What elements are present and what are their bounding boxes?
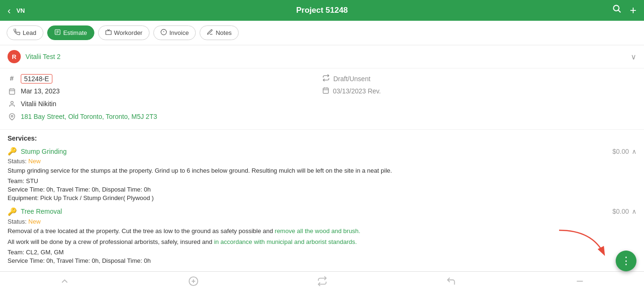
bottom-nav-add[interactable] bbox=[188, 276, 199, 289]
tab-lead-label: Lead bbox=[23, 29, 36, 36]
hash-icon: # bbox=[8, 75, 16, 82]
estimate-icon bbox=[54, 29, 61, 37]
estimate-date: Mar 13, 2023 bbox=[21, 87, 60, 95]
notes-icon bbox=[207, 29, 213, 37]
estimate-address[interactable]: 181 Bay Street, Old Toronto, Toronto, M5… bbox=[21, 113, 157, 120]
chevron-down-icon: ∨ bbox=[631, 52, 636, 61]
main-content: R Vitalii Test 2 ∨ # 51248-E Mar 13, 202… bbox=[0, 45, 644, 291]
bottom-nav-up[interactable] bbox=[59, 276, 70, 289]
bottom-nav-undo[interactable] bbox=[446, 276, 456, 289]
estimate-revision-row: 03/13/2023 Rev. bbox=[322, 87, 637, 95]
service-key-icon-1: 🔑 bbox=[8, 147, 17, 156]
customer-avatar: R bbox=[8, 50, 21, 63]
service-header-stump: 🔑 Stump Grinding $0.00 ∧ bbox=[8, 147, 636, 156]
tab-workorder-label: Workorder bbox=[114, 29, 142, 36]
service-chevron-tree: ∧ bbox=[632, 208, 636, 215]
status-label-stump: Status: bbox=[8, 158, 28, 165]
service-desc-link: remove all the wood and brush. bbox=[275, 227, 360, 234]
service-name-stump[interactable]: Stump Grinding bbox=[21, 148, 612, 155]
lead-icon bbox=[14, 29, 20, 37]
service-team-tree: Team: CL2, GM, GM bbox=[8, 249, 636, 256]
calendar-icon bbox=[8, 88, 16, 96]
services-title: Services: bbox=[8, 134, 636, 142]
estimate-details: # 51248-E Mar 13, 2023 Vitalii Nikitin bbox=[0, 68, 644, 130]
bottom-nav bbox=[0, 271, 644, 293]
header-title: Project 51248 bbox=[296, 6, 348, 15]
estimate-number-row: # 51248-E bbox=[8, 74, 322, 84]
svg-rect-10 bbox=[9, 89, 14, 94]
service-key-icon-2: 🔑 bbox=[8, 207, 17, 216]
service-status-row-tree: Status: New bbox=[8, 218, 636, 225]
location-icon bbox=[8, 113, 16, 122]
back-button[interactable]: ‹ bbox=[8, 5, 11, 16]
calendar2-icon bbox=[322, 87, 329, 95]
bottom-nav-swap[interactable] bbox=[317, 276, 327, 289]
service-equipment-stump: Equipment: Pick Up Truck / Stump Grinder… bbox=[8, 194, 636, 201]
svg-rect-16 bbox=[323, 88, 328, 93]
bottom-nav-minus[interactable] bbox=[575, 276, 585, 289]
search-icon[interactable] bbox=[612, 4, 621, 17]
header-actions: + bbox=[612, 4, 636, 17]
estimate-assignee-row: Vitalii Nikitin bbox=[8, 100, 322, 109]
estimate-assignee: Vitalii Nikitin bbox=[21, 100, 56, 108]
tab-estimate[interactable]: Estimate bbox=[47, 25, 94, 40]
service-desc2-tree: All work will be done by a crew of profe… bbox=[8, 237, 636, 247]
svg-point-15 bbox=[11, 115, 13, 117]
estimate-number[interactable]: 51248-E bbox=[21, 74, 52, 84]
tab-workorder[interactable]: Workorder bbox=[98, 25, 150, 40]
svg-line-1 bbox=[619, 10, 621, 13]
service-status-row-stump: Status: New bbox=[8, 158, 636, 165]
service-team-stump: Team: STU bbox=[8, 177, 636, 184]
tab-lead[interactable]: Lead bbox=[7, 25, 43, 40]
workorder-icon bbox=[105, 29, 112, 37]
service-name-tree[interactable]: Tree Removal bbox=[21, 208, 612, 215]
fab-button[interactable]: ⋮ bbox=[616, 251, 636, 271]
service-time-tree: Service Time: 0h, Travel Time: 0h, Dispo… bbox=[8, 257, 636, 264]
estimate-status: Draft/Unsent bbox=[334, 75, 371, 83]
person-icon bbox=[8, 100, 16, 109]
estimate-date-row: Mar 13, 2023 bbox=[8, 87, 322, 96]
details-columns: # 51248-E Mar 13, 2023 Vitalii Nikitin bbox=[8, 74, 636, 126]
service-status-tree: New bbox=[28, 218, 41, 225]
tab-invoice-label: Invoice bbox=[169, 29, 189, 36]
customer-name: Vitalii Test 2 bbox=[25, 53, 631, 60]
svg-point-0 bbox=[613, 5, 619, 11]
tab-notes-label: Notes bbox=[216, 29, 232, 36]
estimate-address-row: 181 Bay Street, Old Toronto, Toronto, M5… bbox=[8, 113, 322, 122]
tab-bar: Lead Estimate Workorder Invoice Notes bbox=[0, 21, 644, 45]
tab-estimate-label: Estimate bbox=[63, 29, 87, 36]
service-status-stump: New bbox=[28, 158, 41, 165]
service-header-tree: 🔑 Tree Removal $0.00 ∧ bbox=[8, 207, 636, 216]
header: ‹ VN Project 51248 + bbox=[0, 0, 644, 21]
estimate-status-row: Draft/Unsent bbox=[322, 74, 637, 83]
service-desc2-link: in accordance with municipal and arboris… bbox=[214, 238, 357, 245]
service-price-stump: $0.00 bbox=[612, 148, 629, 155]
status-label-tree: Status: bbox=[8, 218, 28, 225]
status-icon bbox=[322, 74, 330, 83]
tab-invoice[interactable]: Invoice bbox=[153, 25, 196, 40]
estimate-revision: 03/13/2023 Rev. bbox=[333, 87, 381, 95]
header-initials: VN bbox=[17, 7, 25, 14]
service-item-stump-grinding: 🔑 Stump Grinding $0.00 ∧ Status: New Stu… bbox=[8, 147, 636, 201]
details-left: # 51248-E Mar 13, 2023 Vitalii Nikitin bbox=[8, 74, 322, 126]
service-item-tree-removal: 🔑 Tree Removal $0.00 ∧ Status: New Remov… bbox=[8, 207, 636, 264]
svg-point-14 bbox=[11, 101, 13, 104]
svg-rect-6 bbox=[106, 31, 111, 34]
service-desc-stump: Stump grinding service for the stumps at… bbox=[8, 166, 636, 176]
invoice-icon bbox=[160, 29, 167, 37]
tab-notes[interactable]: Notes bbox=[200, 25, 239, 40]
add-icon[interactable]: + bbox=[630, 4, 636, 17]
service-price-tree: $0.00 bbox=[612, 208, 629, 215]
customer-row[interactable]: R Vitalii Test 2 ∨ bbox=[0, 45, 644, 68]
service-desc1-tree: Removal of a tree located at the propert… bbox=[8, 226, 636, 236]
service-time-stump: Service Time: 0h, Travel Time: 0h, Dispo… bbox=[8, 186, 636, 193]
fab-icon: ⋮ bbox=[621, 255, 631, 267]
service-chevron-stump: ∧ bbox=[632, 148, 636, 155]
services-section: Services: 🔑 Stump Grinding $0.00 ∧ Statu… bbox=[0, 130, 644, 275]
details-right: Draft/Unsent 03/13/2023 Rev. bbox=[322, 74, 637, 95]
